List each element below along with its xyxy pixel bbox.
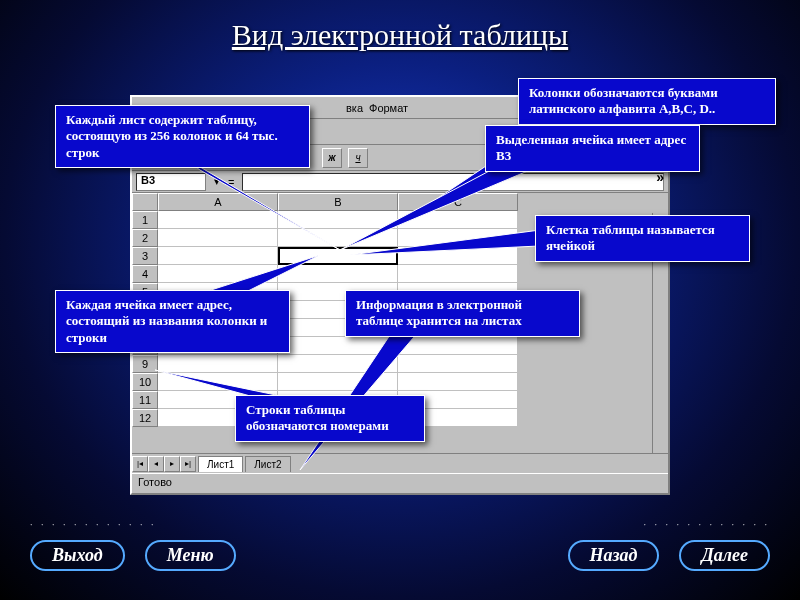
callout-cell-name: Клетка таблицы называется ячейкой: [535, 215, 750, 262]
back-button[interactable]: Назад: [568, 540, 660, 571]
callout-rows-numbers: Строки таблицы обозначаются номерами: [235, 395, 425, 442]
callout-sheet-size: Каждый лист содержит таблицу, состоящую …: [55, 105, 310, 168]
callout-cell-address: Каждая ячейка имеет адрес, состоящий из …: [55, 290, 290, 353]
exit-button[interactable]: Выход: [30, 540, 125, 571]
menu-button[interactable]: Меню: [145, 540, 236, 571]
decorative-dots: · · · · · · · · · · · ·: [644, 519, 771, 530]
svg-marker-3: [350, 230, 560, 255]
svg-marker-0: [180, 155, 340, 250]
slide-nav-bar: Выход Меню Назад Далее: [0, 530, 800, 580]
callout-info-sheets: Информация в электронной таблице хранитс…: [345, 290, 580, 337]
next-button[interactable]: Далее: [679, 540, 770, 571]
callout-columns-letters: Колонки обозначаются буквами латинского …: [518, 78, 776, 125]
decorative-dots: · · · · · · · · · · · ·: [30, 519, 157, 530]
callout-selected-address: Выделенная ячейка имеет адрес B3: [485, 125, 700, 172]
